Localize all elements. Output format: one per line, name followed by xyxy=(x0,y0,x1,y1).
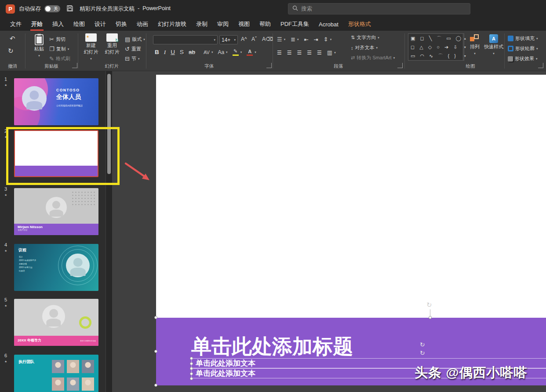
paragraph-group-label: 段落 xyxy=(273,63,404,69)
search-box[interactable] xyxy=(288,3,470,15)
align-text-button[interactable]: ↕对齐文本▾ xyxy=(351,44,378,51)
underline-button[interactable]: U xyxy=(171,49,175,55)
line-spacing-button[interactable]: ⇕▾ xyxy=(324,36,331,43)
tab-insert[interactable]: 插入 xyxy=(47,18,69,31)
decrease-indent-button[interactable]: ⇤ xyxy=(304,36,309,43)
font-name-combo[interactable]: ▾ xyxy=(153,35,218,44)
cut-button[interactable]: ✂剪切 xyxy=(49,36,66,43)
rotate-handle-icon[interactable]: ↻ xyxy=(426,301,432,308)
selection-handle[interactable] xyxy=(190,367,193,370)
selection-handle[interactable] xyxy=(429,316,432,319)
font-color-button[interactable]: A ▾ xyxy=(247,49,256,56)
layout-button[interactable]: ▤版式▾ xyxy=(125,36,145,43)
scissors-icon: ✂ xyxy=(49,36,54,43)
save-icon[interactable] xyxy=(66,5,73,13)
rotate-handle-icon[interactable]: ↻ xyxy=(420,341,425,348)
bold-button[interactable]: B xyxy=(155,49,159,55)
format-painter-icon: ✎ xyxy=(49,55,54,62)
grow-font-button[interactable]: A^ xyxy=(241,36,247,42)
slide-surface[interactable]: 单击此处添加标题 单击此处添加文本 单击此处添加文本 ↻ ↻ ↻ xyxy=(156,75,546,385)
tab-acrobat[interactable]: Acrobat xyxy=(314,18,343,31)
team-photo xyxy=(67,360,79,373)
columns-button[interactable]: ▥▾ xyxy=(327,49,336,56)
selection-handle[interactable] xyxy=(154,316,157,319)
text-shadow-button[interactable]: S xyxy=(180,49,184,55)
align-left-button[interactable]: ☰ xyxy=(277,50,282,56)
clipboard-dialog-launcher[interactable] xyxy=(72,63,77,68)
title-placeholder[interactable]: 单击此处添加标题 xyxy=(191,333,353,360)
autosave-toggle[interactable]: 关 xyxy=(44,5,60,12)
tab-shape-format[interactable]: 形状格式 xyxy=(343,18,376,31)
undo-button[interactable]: ↶ xyxy=(10,35,15,42)
reset-button[interactable]: ↺重置 xyxy=(125,46,141,52)
search-input[interactable] xyxy=(301,6,466,12)
shrink-font-icon: Aˇ xyxy=(251,36,257,42)
slide-thumbnail-6[interactable]: 执行团队 xyxy=(14,355,98,392)
slide-thumbnail-5[interactable]: 20XX 年领导力 资深工程师纪念活动 xyxy=(14,299,98,346)
increase-indent-button[interactable]: ⇥ xyxy=(314,36,318,43)
tab-file[interactable]: 文件 xyxy=(5,18,26,31)
copy-button[interactable]: ❐复制▾ xyxy=(49,46,69,52)
justify-button[interactable]: ☰ xyxy=(307,50,312,56)
tab-record[interactable]: 录制 xyxy=(191,18,212,31)
shapes-gallery-row[interactable]: ▭ ◠ ∿ ⌒ { } xyxy=(411,51,463,60)
redo-button[interactable]: ↻ xyxy=(8,47,14,54)
align-center-button[interactable]: ☰ xyxy=(287,50,292,56)
panel-scrollbar-track[interactable] xyxy=(106,71,112,392)
tab-pdf-tools[interactable]: PDF工具集 xyxy=(276,18,314,31)
shapes-gallery-row[interactable]: ◻ △ ◇ ○ ➔ ⇩ xyxy=(411,43,463,51)
animation-star-icon: ★ xyxy=(4,83,7,87)
shape-fill-button[interactable]: 形状填充▾ xyxy=(508,35,538,42)
selection-handle[interactable] xyxy=(190,377,193,380)
character-spacing-button[interactable]: AV▾ xyxy=(204,50,213,55)
convert-smartart-button[interactable]: ⇄转换为 SmartArt▾ xyxy=(351,54,395,61)
rotate-handle-icon[interactable]: ↻ xyxy=(420,350,425,356)
align-right-button[interactable]: ☰ xyxy=(297,50,302,56)
italic-button[interactable]: I xyxy=(164,49,166,56)
selection-handle[interactable] xyxy=(190,362,193,365)
shapes-gallery-row[interactable]: ▣ ◻ ╲ ⌒ ▭ ◯ xyxy=(411,34,463,43)
grow-font-icon: A^ xyxy=(241,36,247,42)
tab-slideshow[interactable]: 幻灯片放映 xyxy=(153,18,191,31)
selection-handle[interactable] xyxy=(154,350,157,353)
selection-handle[interactable] xyxy=(190,357,193,360)
quick-styles-button[interactable]: A 快速样式 ▾ xyxy=(483,34,505,56)
distribute-button[interactable]: ☰ xyxy=(317,50,322,56)
font-name-input[interactable] xyxy=(155,37,213,43)
strikethrough-button[interactable]: ab xyxy=(189,49,195,55)
slide-thumbnail-1[interactable]: CONTOSO 全体人员 公司简报或内部更新和概况 xyxy=(14,78,98,125)
selection-handle[interactable] xyxy=(190,372,193,375)
tab-view[interactable]: 视图 xyxy=(233,18,255,31)
section-button[interactable]: ⊟节▾ xyxy=(125,55,139,62)
change-case-button[interactable]: Aa▾ xyxy=(218,49,227,55)
slide-thumbnail-3[interactable]: Mirjam Nilsson 首席产品官 xyxy=(14,188,98,235)
arrange-button[interactable]: 排列 ▾ xyxy=(466,34,484,56)
clear-formatting-button[interactable]: A⌫ xyxy=(262,36,273,42)
tab-animations[interactable]: 动画 xyxy=(132,18,153,31)
tab-transitions[interactable]: 切换 xyxy=(111,18,132,31)
paste-button[interactable]: 粘贴 ▾ xyxy=(29,34,49,58)
layout-icon: ▤ xyxy=(125,36,130,43)
font-size-input[interactable] xyxy=(222,37,233,43)
tab-help[interactable]: 帮助 xyxy=(255,18,276,31)
text-highlight-button[interactable]: ✎ ▾ xyxy=(233,48,242,56)
reuse-slides-button[interactable]: ↻ 重用 幻灯片 xyxy=(102,33,122,55)
tab-draw[interactable]: 绘图 xyxy=(69,18,90,31)
slide-thumbnail-4[interactable]: 议程 简介 20XX 年成绩和不足 未解决项 20XX 年度计划 结束语 xyxy=(14,244,98,291)
tab-design[interactable]: 设计 xyxy=(90,18,111,31)
text-direction-button[interactable]: ⇅文字方向▾ xyxy=(351,34,379,41)
drawing-dialog-launcher[interactable] xyxy=(538,63,543,68)
format-painter-button[interactable]: ✎格式刷 xyxy=(49,55,70,62)
shrink-font-button[interactable]: Aˇ xyxy=(251,36,257,42)
bullets-button[interactable]: ☰▾ xyxy=(277,36,285,43)
numbering-button[interactable]: ≣▾ xyxy=(291,36,298,43)
selection-handle[interactable] xyxy=(154,384,157,387)
tab-review[interactable]: 审阅 xyxy=(212,18,233,31)
shape-outline-button[interactable]: 形状轮廓▾ xyxy=(508,45,538,52)
tab-home[interactable]: 开始 xyxy=(26,18,47,31)
font-dialog-launcher[interactable] xyxy=(266,63,272,68)
new-slide-button[interactable]: ★ 新建 幻灯片 ▾ xyxy=(81,33,101,62)
paragraph-dialog-launcher[interactable] xyxy=(397,63,403,68)
shape-effects-button[interactable]: 形状效果▾ xyxy=(508,55,538,62)
font-size-combo[interactable]: ▾ xyxy=(219,35,238,44)
